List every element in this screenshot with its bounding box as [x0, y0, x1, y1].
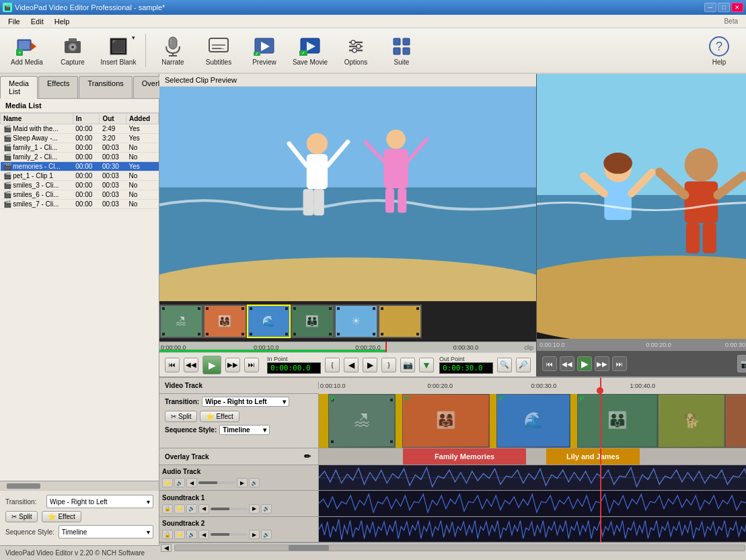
split-button[interactable]: ✂ Split — [5, 511, 38, 522]
go-to-out-button[interactable]: ▶ — [363, 358, 377, 372]
tab-effects[interactable]: Effects — [38, 76, 78, 98]
st1-volume-slider[interactable] — [211, 508, 248, 510]
play-button[interactable]: ▶ — [202, 356, 221, 374]
film-frame-5[interactable]: ☀ — [334, 305, 378, 338]
bottom-scrollbar[interactable]: ◀ ▶ 🔎 🔍 ⊞ ⊡ — [159, 543, 746, 552]
soundtrack1-label-area: Soundtrack 1 🔒 ⭐ 🔊 ◀ ▶ 🔊 — [159, 491, 319, 516]
media-list-item[interactable]: 🎬 Maid with the... 00:00 2:49 Yes — [1, 124, 159, 134]
step-forward-button[interactable]: ▶▶ — [225, 358, 240, 372]
out-point-value[interactable]: 0:00:30.0 — [439, 362, 493, 374]
narrate-button[interactable]: Narrate — [151, 31, 194, 70]
film-frame-3[interactable]: 🌊 — [247, 305, 291, 338]
overlay-edit-icon[interactable]: ✏ — [302, 451, 313, 462]
media-list-item[interactable]: 🎬 smiles_3 - Cli... 00:00 00:03 No — [1, 181, 159, 190]
save-movie-button[interactable]: ✓ Save Movie — [289, 31, 332, 70]
media-list-scroll[interactable]: Name In Out Added 🎬 Maid with the... 00:… — [0, 113, 159, 481]
st1-left-btn[interactable]: ◀ — [198, 504, 209, 514]
preview-button[interactable]: ✓ Preview — [243, 31, 286, 70]
st2-right-btn[interactable]: ▶ — [249, 530, 260, 539]
media-item-in: 00:00 — [73, 134, 100, 143]
video-clip-1[interactable]: 🏖 — [328, 394, 396, 448]
skip-to-end-button[interactable]: ⏭ — [244, 358, 259, 372]
in-point-value[interactable]: 0:00:00.0 — [267, 362, 321, 374]
seq-step-forward-button[interactable]: ▶▶ — [595, 356, 609, 371]
st2-volume-slider[interactable] — [211, 533, 248, 536]
st1-star-btn[interactable]: ⭐ — [174, 504, 185, 514]
st2-left-btn[interactable]: ◀ — [198, 530, 209, 539]
scroll-thumb[interactable] — [289, 545, 329, 551]
st1-speaker-btn[interactable]: 🔊 — [186, 504, 197, 514]
subtitles-button[interactable]: ___ Subtitles — [197, 31, 240, 70]
audio-star-btn[interactable]: ⭐ — [162, 478, 173, 487]
seq-step-back-button[interactable]: ◀◀ — [560, 356, 574, 371]
mark-out-button[interactable]: } — [381, 358, 396, 372]
split-button-tl[interactable]: ✂ Split — [165, 411, 197, 422]
film-frame-2[interactable]: 👨‍👩‍👧 — [203, 305, 247, 338]
media-list-item[interactable]: 🎬 memories - Cl... 00:00 00:30 Yes — [1, 162, 159, 171]
skip-to-start-button[interactable]: ⏮ — [165, 358, 180, 372]
seq-snapshot-button[interactable]: 📷 — [737, 355, 746, 372]
media-list-item[interactable]: 🎬 pet_1 - Clip 1 00:00 00:03 No — [1, 171, 159, 181]
menu-help[interactable]: Help — [49, 16, 75, 27]
media-list-item[interactable]: 🎬 smiles_7 - Cli... 00:00 00:03 No — [1, 200, 159, 209]
scroll-left-btn[interactable]: ◀ — [161, 544, 172, 552]
media-list-item[interactable]: 🎬 smiles_6 - Cli... 00:00 00:03 No — [1, 190, 159, 200]
capture-button[interactable]: Capture — [51, 31, 94, 70]
close-button[interactable]: ✕ — [731, 3, 743, 12]
video-clip-4[interactable]: 👪 — [577, 394, 658, 448]
film-frame-1[interactable]: 🏖 — [159, 305, 203, 338]
media-list-item[interactable]: 🎬 family_2 - Cli... 00:00 00:03 No — [1, 153, 159, 162]
effect-button-tl[interactable]: ⭐ Effect — [200, 411, 239, 422]
maximize-button[interactable]: □ — [718, 3, 730, 12]
minimize-button[interactable]: ─ — [704, 3, 716, 12]
audio-right-btn[interactable]: ▶ — [237, 478, 248, 487]
add-to-timeline-button[interactable]: ▼ — [419, 358, 434, 372]
menu-file[interactable]: File — [3, 16, 26, 27]
go-to-in-button[interactable]: ◀ — [344, 358, 359, 372]
add-media-button[interactable]: + Add Media — [5, 31, 48, 70]
video-clip-2[interactable]: 👨‍👩‍👧 — [402, 394, 490, 448]
transition-dropdown[interactable]: Wipe - Right to Left ▾ — [46, 495, 153, 508]
seq-style-dropdown-tl[interactable]: Timeline ▾ — [219, 425, 270, 435]
zoom-in-clip-button[interactable]: 🔍 — [497, 358, 512, 372]
media-list-item[interactable]: 🎬 Sleep Away -... 00:00 3:20 Yes — [1, 134, 159, 143]
video-clip-3[interactable]: 🌊 — [496, 394, 570, 448]
step-back-button[interactable]: ◀◀ — [184, 358, 198, 372]
suite-button[interactable]: Suite — [380, 31, 423, 70]
menu-edit[interactable]: Edit — [26, 16, 49, 27]
video-clip-6[interactable]: 😊 — [725, 394, 746, 448]
svg-rect-78 — [329, 333, 332, 335]
zoom-out-clip-button[interactable]: 🔎 — [516, 358, 531, 372]
help-button[interactable]: ? Help — [698, 31, 741, 70]
scroll-track[interactable] — [174, 545, 745, 551]
options-button[interactable]: Options — [334, 31, 377, 70]
video-clip-5[interactable]: 🐕 — [658, 394, 725, 448]
st2-lock-btn[interactable]: 🔒 — [162, 530, 173, 539]
audio-speaker-btn[interactable]: 🔊 — [174, 478, 185, 487]
st2-star-btn[interactable]: ⭐ — [174, 530, 185, 539]
media-list-item[interactable]: 🎬 family_1 - Cli... 00:00 00:03 No — [1, 143, 159, 153]
insert-blank-button[interactable]: ⬛ Insert Blank — [97, 31, 140, 70]
seq-skip-end-button[interactable]: ⏭ — [612, 356, 627, 371]
tab-media-list[interactable]: Media List — [0, 76, 38, 99]
overlay-clip-2[interactable]: Lily and James — [546, 448, 640, 465]
audio-volume-slider[interactable] — [198, 481, 235, 484]
st1-right-btn[interactable]: ▶ — [249, 504, 260, 514]
seq-skip-start-button[interactable]: ⏮ — [542, 356, 557, 371]
st2-speaker-btn[interactable]: 🔊 — [186, 530, 197, 539]
audio-left-btn[interactable]: ◀ — [186, 478, 197, 487]
transition-dropdown-tl[interactable]: Wipe - Right to Left ▾ — [202, 397, 289, 407]
snapshot-button[interactable]: 📷 — [400, 358, 415, 372]
overlay-clip-1[interactable]: Family Memories — [403, 448, 527, 465]
film-frame-4[interactable]: 👪 — [291, 305, 334, 338]
seq-play-button[interactable]: ▶ — [577, 356, 592, 371]
effect-button[interactable]: ⭐ Effect — [42, 511, 81, 522]
st1-lock-btn[interactable]: 🔒 — [162, 504, 173, 514]
mark-in-button[interactable]: { — [325, 358, 340, 372]
film-frame-6[interactable] — [378, 305, 422, 338]
sequence-style-dropdown[interactable]: Timeline ▾ — [59, 525, 153, 538]
media-list-hscroll[interactable] — [0, 481, 159, 490]
tab-transitions[interactable]: Transitions — [79, 76, 132, 98]
window-controls[interactable]: ─ □ ✕ — [704, 3, 743, 12]
split-label: Split — [19, 513, 32, 520]
